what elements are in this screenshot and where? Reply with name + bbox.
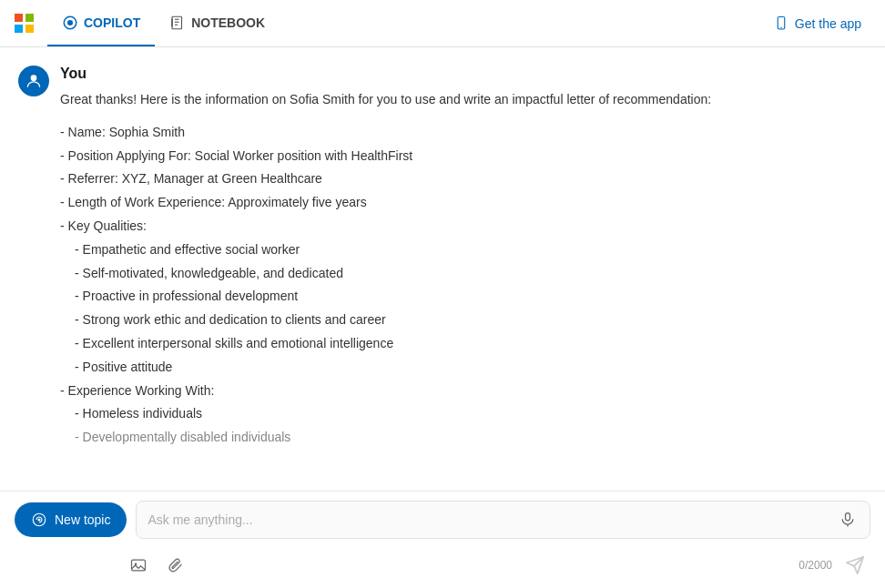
ms-logo-green <box>25 14 34 22</box>
user-message-body: You Great thanks! Here is the informatio… <box>60 66 711 451</box>
notebook-tab-label: NOTEBOOK <box>191 15 265 30</box>
info-line-7: - Proactive in professional development <box>60 286 711 308</box>
new-topic-button[interactable]: New topic <box>15 502 127 537</box>
svg-rect-2 <box>172 16 182 29</box>
ms-logo-red <box>15 14 23 22</box>
svg-point-1 <box>67 20 73 25</box>
user-name-label: You <box>60 66 711 82</box>
main-content: You Great thanks! Here is the informatio… <box>0 47 885 491</box>
info-line-0: - Name: Sophia Smith <box>60 122 711 144</box>
svg-point-11 <box>38 519 41 522</box>
microphone-button[interactable] <box>837 509 859 531</box>
paperclip-icon <box>166 556 184 574</box>
char-count: 0/2000 <box>197 559 832 572</box>
info-line-10: - Positive attitude <box>60 357 711 379</box>
message-content: Great thanks! Here is the information on… <box>60 89 711 449</box>
phone-icon <box>773 15 789 32</box>
new-topic-icon <box>31 512 47 528</box>
user-avatar <box>18 66 49 96</box>
input-area: New topic <box>0 492 885 548</box>
bottom-actions: 0/2000 <box>109 548 885 588</box>
bottom-bar: New topic 0/2000 <box>0 491 885 588</box>
info-line-9: - Excellent interpersonal skills and emo… <box>60 333 711 355</box>
microphone-icon <box>839 511 857 529</box>
info-line-1: - Position Applying For: Social Worker p… <box>60 146 711 167</box>
nav-tabs: COPILOT NOTEBOOK <box>47 0 280 46</box>
info-line-12: - Homeless individuals <box>60 403 711 425</box>
send-button[interactable] <box>839 552 870 579</box>
info-line-3: - Length of Work Experience: Approximate… <box>60 192 711 214</box>
ms-logo-yellow <box>25 25 34 33</box>
new-topic-label: New topic <box>55 512 110 527</box>
info-line-11: - Experience Working With: <box>60 380 711 402</box>
app-header: COPILOT NOTEBOOK Get the app <box>0 0 885 47</box>
copilot-tab-label: COPILOT <box>84 15 140 30</box>
intro-line: Great thanks! Here is the information on… <box>60 89 711 111</box>
ms-logo-blue <box>15 25 23 33</box>
svg-rect-6 <box>171 18 173 26</box>
notebook-icon <box>169 15 186 31</box>
avatar-icon <box>25 72 43 90</box>
info-line-13: - Developmentally disabled individuals <box>60 427 711 449</box>
svg-rect-12 <box>846 513 850 521</box>
info-line-2: - Referrer: XYZ, Manager at Green Health… <box>60 168 711 190</box>
info-line-4: - Key Qualities: <box>60 216 711 238</box>
send-icon <box>845 555 865 575</box>
info-line-6: - Self-motivated, knowledgeable, and ded… <box>60 263 711 285</box>
image-action-button[interactable] <box>124 553 153 578</box>
attachment-button[interactable] <box>160 553 189 578</box>
tab-copilot[interactable]: COPILOT <box>47 0 155 46</box>
svg-point-9 <box>31 75 37 81</box>
ask-input[interactable] <box>148 512 837 527</box>
info-line-8: - Strong work ethic and dedication to cl… <box>60 309 711 331</box>
image-icon <box>129 556 148 574</box>
tab-notebook[interactable]: NOTEBOOK <box>155 0 280 46</box>
copilot-icon <box>62 15 78 31</box>
microsoft-logo <box>15 14 35 34</box>
user-message-container: You Great thanks! Here is the informatio… <box>18 66 867 451</box>
svg-point-8 <box>780 26 782 28</box>
info-line-5: - Empathetic and effective social worker <box>60 239 711 261</box>
input-wrapper <box>136 501 870 539</box>
get-app-label: Get the app <box>795 16 861 31</box>
get-app-button[interactable]: Get the app <box>764 10 870 37</box>
